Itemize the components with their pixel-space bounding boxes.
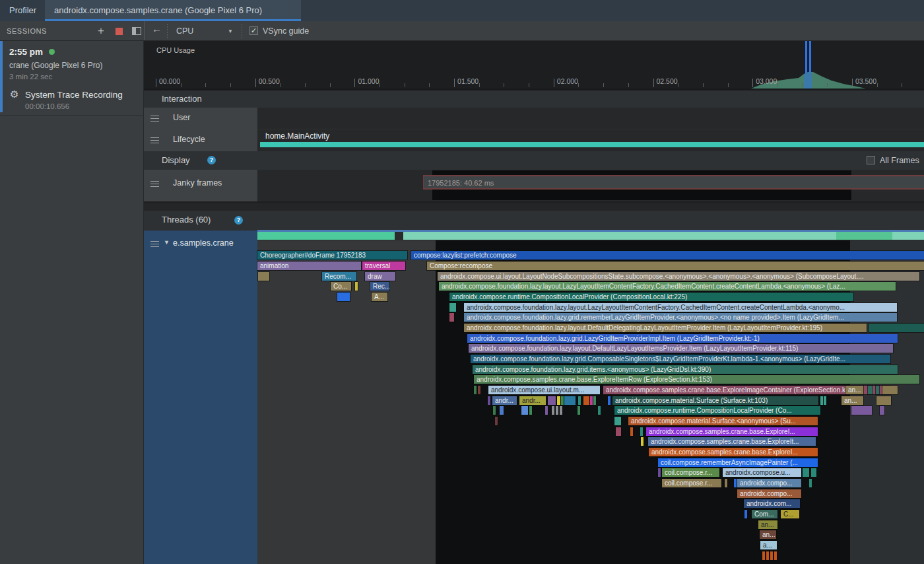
toolbar-dotted-divider2 — [242, 24, 242, 38]
session-time-text: 2:55 pm — [9, 47, 43, 57]
interaction-header[interactable]: Interaction — [144, 90, 924, 108]
time-tick-minor — [578, 83, 579, 87]
vsync-marker — [805, 41, 807, 88]
threads-title: Threads (60) — [162, 215, 211, 225]
time-tick-label: 03.000 — [756, 77, 777, 85]
lifecycle-activity-bar[interactable] — [260, 142, 924, 147]
thread-track: ▼ e.samples.crane — [144, 230, 924, 564]
session-duration: 3 min 22 sec — [9, 73, 52, 81]
time-tick-label: 02.500 — [657, 77, 678, 85]
all-frames-label[interactable]: All Frames — [880, 156, 919, 165]
thread-activity-segment[interactable] — [892, 232, 924, 240]
toolbar-dotted-divider — [167, 24, 168, 38]
back-arrow-icon[interactable]: ← — [152, 23, 162, 34]
time-tick-minor — [703, 83, 704, 87]
session-divider — [0, 115, 144, 116]
toolbar-divider — [144, 21, 145, 40]
tab-session[interactable]: androidx.compose.samples.crane (Google P… — [45, 0, 301, 21]
time-tick-minor — [405, 83, 405, 87]
flame-bg-right — [850, 240, 924, 564]
janky-frame-label: 17952185: 40.62 ms — [424, 177, 494, 189]
thread-activity-segment[interactable] — [257, 232, 395, 240]
janky-track-label-cell[interactable]: Janky frames — [144, 170, 257, 201]
time-tick-minor — [429, 83, 430, 87]
flame-bg-dark — [436, 240, 850, 564]
recording-title[interactable]: System Trace Recording — [25, 90, 123, 100]
vsync-checkbox[interactable]: ✓ — [249, 26, 258, 35]
thread-activity-segment[interactable] — [836, 232, 892, 240]
threads-header[interactable]: Threads (60) ? — [144, 211, 924, 230]
session-time[interactable]: 2:55 pm — [9, 47, 55, 57]
time-tick-minor — [529, 83, 529, 87]
drag-handle-icon[interactable] — [150, 241, 159, 247]
time-tick-label: 00.500 — [259, 77, 280, 85]
time-tick-minor — [803, 83, 803, 87]
time-tick-label: 03.500 — [855, 77, 876, 85]
cpu-usage-track[interactable]: CPU Usage 00.00000.50001.00001.50002.000… — [144, 41, 924, 90]
janky-frames-track[interactable]: Janky frames 17952185: 40.62 ms — [144, 170, 924, 203]
user-track-label-cell[interactable]: User — [144, 108, 257, 129]
time-tick-minor — [380, 83, 380, 87]
user-track[interactable]: User — [144, 108, 924, 129]
time-tick-minor — [280, 83, 280, 87]
drag-handle-icon[interactable] — [150, 116, 159, 122]
user-track-label: User — [173, 113, 190, 122]
session-selected-accent — [0, 41, 3, 112]
recording-time: 00:00:10.656 — [25, 102, 69, 110]
time-tick-major — [554, 79, 554, 87]
drag-handle-icon[interactable] — [150, 181, 159, 187]
time-tick-label: 00.000 — [159, 77, 180, 85]
thread-name-label: e.samples.crane — [173, 238, 234, 248]
drag-handle-icon[interactable] — [150, 137, 159, 143]
lifecycle-activity-label: home.MainActivity — [265, 131, 329, 141]
display-header[interactable]: Display ? All Frames — [144, 151, 924, 170]
janky-frame-bar[interactable]: 17952185: 40.62 ms — [423, 175, 924, 190]
time-tick-minor — [330, 83, 331, 87]
time-tick-minor — [678, 83, 678, 87]
time-tick-minor — [305, 83, 306, 87]
lifecycle-track-label-cell[interactable]: Lifecycle — [144, 129, 257, 151]
tab-profiler[interactable]: Profiler — [0, 0, 46, 21]
stop-recording-icon[interactable] — [116, 28, 123, 35]
profiler-window: Profiler androidx.compose.samples.crane … — [0, 0, 924, 564]
help-icon[interactable]: ? — [234, 216, 243, 225]
collapse-panel-icon[interactable] — [132, 27, 141, 35]
thread-label-cell[interactable]: ▼ e.samples.crane — [144, 230, 257, 564]
time-tick-major — [156, 79, 156, 87]
cpu-dropdown[interactable]: CPU — [176, 26, 193, 36]
time-tick-minor — [205, 83, 206, 87]
session-live-dot — [49, 49, 55, 55]
time-tick-minor — [827, 83, 828, 87]
gear-icon: ⚙ — [10, 88, 18, 100]
time-tick-minor — [877, 83, 878, 87]
time-tick-label: 01.000 — [358, 77, 379, 85]
time-tick-major — [354, 79, 355, 87]
time-tick-major — [255, 79, 256, 87]
display-title: Display — [162, 155, 190, 165]
all-frames-checkbox[interactable] — [867, 156, 875, 164]
vsync-label[interactable]: VSync guide — [263, 26, 309, 36]
time-tick-minor — [181, 83, 182, 87]
time-tick-minor — [504, 83, 504, 87]
time-tick-major — [653, 79, 654, 87]
time-tick-label: 01.500 — [457, 77, 478, 85]
time-tick-minor — [728, 83, 729, 87]
session-device: crane (Google Pixel 6 Pro) — [9, 61, 102, 70]
section-gap — [144, 203, 924, 211]
interaction-title: Interaction — [162, 94, 202, 104]
time-tick-major — [454, 79, 455, 87]
time-tick-label: 02.000 — [557, 77, 578, 85]
add-session-icon[interactable]: + — [98, 21, 104, 41]
help-icon[interactable]: ? — [207, 156, 216, 164]
time-tick-major — [752, 79, 753, 87]
time-tick-minor — [603, 83, 604, 87]
vsync-marker — [809, 41, 811, 88]
sessions-panel: 2:55 pm crane (Google Pixel 6 Pro) 3 min… — [0, 41, 144, 564]
janky-track-label: Janky frames — [173, 178, 222, 188]
lifecycle-track[interactable]: Lifecycle home.MainActivity — [144, 129, 924, 151]
chevron-down-icon[interactable]: ▼ — [228, 28, 233, 34]
time-tick-minor — [628, 83, 629, 87]
thread-activity-segment[interactable] — [403, 232, 836, 240]
time-tick-minor — [479, 83, 480, 87]
collapse-chevron-icon[interactable]: ▼ — [164, 239, 170, 246]
